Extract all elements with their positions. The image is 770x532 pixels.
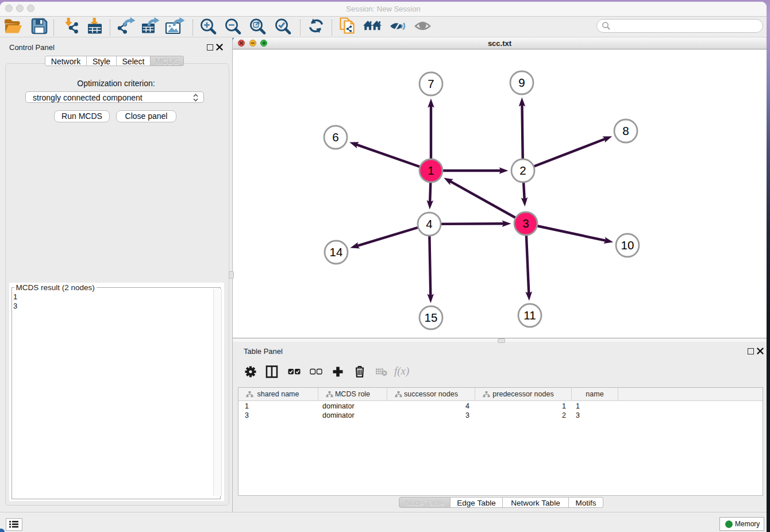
svg-text:14: 14 <box>330 245 343 259</box>
svg-text:11: 11 <box>523 309 536 322</box>
svg-text:10: 10 <box>621 238 634 252</box>
svg-text:3: 3 <box>522 217 529 230</box>
svg-text:2: 2 <box>519 164 526 177</box>
svg-text:8: 8 <box>622 124 629 137</box>
svg-text:6: 6 <box>332 130 338 144</box>
svg-text:9: 9 <box>518 76 525 89</box>
svg-text:1: 1 <box>428 164 434 177</box>
svg-text:4: 4 <box>426 217 432 230</box>
svg-text:15: 15 <box>425 311 438 324</box>
svg-text:7: 7 <box>428 77 434 90</box>
